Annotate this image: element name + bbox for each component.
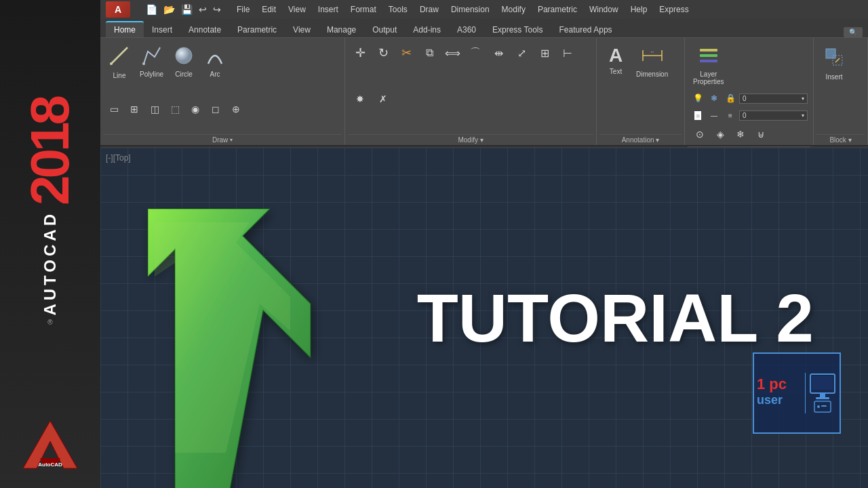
menu-insert[interactable]: Insert (313, 3, 344, 16)
layer-freeze-icon: ❄ (711, 94, 717, 103)
layer-freeze-button[interactable]: ❄ (707, 91, 722, 106)
dropdown-arrow: ▾ (802, 96, 804, 102)
layer-merge-button[interactable]: ⊎ (751, 125, 770, 144)
autocad-sidebar: 2018 AUTOCAD ® AutoCAD (0, 0, 100, 488)
rectangle-button[interactable]: ▭ (104, 100, 123, 119)
search-button[interactable]: 🔍 (844, 27, 863, 37)
pc-label: 1 pc (757, 375, 802, 393)
menu-edit[interactable]: Edit (256, 3, 281, 16)
array-button[interactable]: ⊞ (534, 42, 555, 64)
layer-lineweight-button[interactable]: ≡ (723, 108, 738, 123)
menu-dimension[interactable]: Dimension (446, 3, 495, 16)
tab-manage[interactable]: Manage (319, 22, 364, 37)
tab-insert[interactable]: Insert (144, 22, 180, 37)
tab-annotate[interactable]: Annotate (180, 22, 229, 37)
draw-dropdown-icon: ▾ (230, 137, 233, 143)
line-button[interactable]: Line (104, 42, 134, 82)
modify-footer[interactable]: Modify ▾ (348, 134, 593, 145)
annotation-footer[interactable]: Annotation ▾ (599, 134, 682, 145)
mirror-button[interactable]: ⟺ (441, 42, 463, 64)
undo-button[interactable]: ↩ (197, 3, 209, 16)
wipeout-button[interactable]: ◻ (206, 100, 225, 119)
menu-file[interactable]: File (231, 3, 255, 16)
layer-lock-button[interactable]: 🔒 (723, 91, 738, 106)
draw-footer[interactable]: Draw ▾ (103, 134, 342, 145)
quick-access-toolbar: 📄 📂 💾 ↩ ↪ (144, 3, 223, 16)
redo-button[interactable]: ↪ (211, 3, 223, 16)
circle-button[interactable]: Circle (169, 42, 199, 81)
layer-isolate-button[interactable]: ◈ (711, 125, 730, 144)
block-footer[interactable]: Block ▾ (816, 134, 865, 145)
tab-addins[interactable]: Add-ins (405, 22, 449, 37)
svg-rect-18 (812, 376, 833, 390)
menu-window[interactable]: Window (584, 3, 624, 16)
menu-tools[interactable]: Tools (383, 3, 413, 16)
layer-lock-icon: 🔒 (726, 94, 736, 103)
tab-featured-apps[interactable]: Featured Apps (551, 22, 620, 37)
gradient-button[interactable]: ◫ (145, 100, 164, 119)
explode-icon: ✸ (356, 94, 364, 104)
extend-button[interactable]: ⊢ (557, 42, 578, 64)
tab-a360[interactable]: A360 (449, 22, 484, 37)
polyline-button[interactable]: Polyline (136, 42, 167, 81)
erase-icon: ✗ (379, 94, 387, 104)
trim-button[interactable]: ✂ (395, 42, 417, 64)
menu-parametric[interactable]: Parametric (532, 3, 583, 16)
explode-button[interactable]: ✸ (349, 88, 371, 110)
menu-draw[interactable]: Draw (414, 3, 444, 16)
dimension-icon: ↔ (642, 45, 663, 69)
arc-button[interactable]: Arc (200, 42, 230, 81)
scale-button[interactable]: ⤢ (511, 42, 532, 64)
viewport-label: [-][Top] (106, 153, 131, 163)
layer-linetype-button[interactable]: — (707, 108, 722, 123)
stretch-icon: ⇹ (494, 47, 503, 60)
tab-home[interactable]: Home (106, 21, 144, 37)
text-tool-icon: A (605, 45, 627, 66)
layer-properties-label: Layer Properties (693, 70, 724, 85)
move-button[interactable]: ✛ (349, 42, 371, 64)
insert-button[interactable]: Insert (818, 42, 850, 83)
app-menu-button[interactable]: A (106, 1, 130, 18)
boundary-button[interactable]: ⬚ (165, 100, 184, 119)
menu-format[interactable]: Format (345, 3, 382, 16)
menu-express[interactable]: Express (654, 3, 694, 16)
layer-freeze-vp-button[interactable]: ❄ (731, 125, 750, 144)
rotate-button[interactable]: ↻ (372, 42, 394, 64)
array-icon: ⊞ (540, 47, 549, 60)
tab-view[interactable]: View (285, 22, 319, 37)
polyline-icon (141, 45, 163, 69)
region-button[interactable]: ◉ (186, 100, 205, 119)
dimension-button[interactable]: ↔ Dimension (632, 42, 672, 81)
revision-button[interactable]: ⊕ (226, 100, 245, 119)
line-label: Line (113, 72, 126, 79)
svg-point-4 (110, 62, 113, 65)
text-button[interactable]: A Text (601, 42, 631, 78)
stretch-button[interactable]: ⇹ (488, 42, 509, 64)
save-button[interactable]: 💾 (179, 3, 195, 16)
menu-modify[interactable]: Modify (496, 3, 531, 16)
open-button[interactable]: 📂 (161, 3, 177, 16)
layer-color-button[interactable]: ■ (690, 108, 705, 123)
tab-express-tools[interactable]: Express Tools (484, 22, 551, 37)
new-button[interactable]: 📄 (144, 3, 159, 16)
layer-on-button[interactable]: 💡 (690, 91, 705, 106)
menu-view[interactable]: View (283, 3, 311, 16)
autocad-a-icon: AutoCAD (20, 418, 81, 474)
layer-select-dropdown[interactable]: 0 ▾ (739, 94, 808, 104)
tab-parametric[interactable]: Parametric (229, 22, 285, 37)
layer-properties-button[interactable]: Layer Properties (689, 42, 728, 88)
menu-help[interactable]: Help (625, 3, 653, 16)
hatch-button[interactable]: ⊞ (125, 100, 144, 119)
move-icon: ✛ (355, 45, 366, 60)
tab-output[interactable]: Output (364, 22, 405, 37)
svg-text:AutoCAD: AutoCAD (38, 462, 62, 468)
fillet-button[interactable]: ⌒ (465, 42, 486, 64)
copy-button[interactable]: ⧉ (418, 42, 440, 64)
trim-icon: ✂ (401, 45, 412, 60)
year-label: 2018 (23, 98, 77, 205)
svg-rect-11 (700, 49, 717, 52)
layer-match-button[interactable]: ⊙ (690, 125, 709, 144)
erase-button[interactable]: ✗ (372, 88, 394, 110)
canvas-area[interactable]: [-][Top] TUTORIAL 2 (100, 148, 868, 488)
color-dropdown[interactable]: 0 ▾ (739, 110, 808, 121)
